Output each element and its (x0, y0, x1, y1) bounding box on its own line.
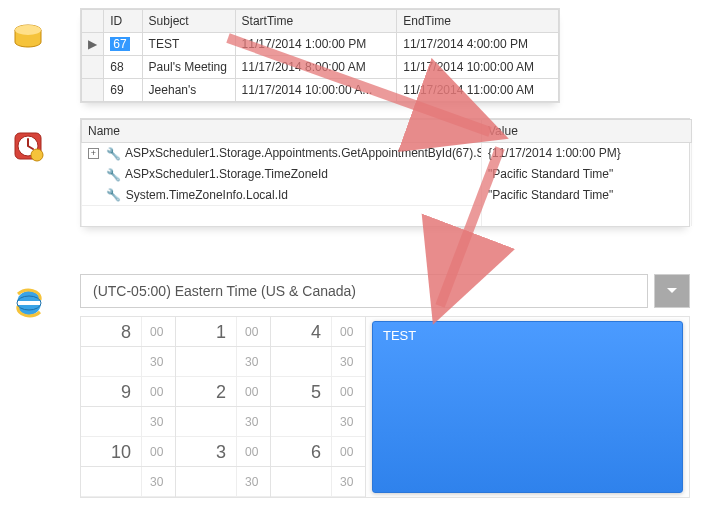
appointment-area[interactable]: TEST (366, 317, 689, 497)
time-slot[interactable]: .30 (81, 407, 175, 437)
watch-row[interactable]: + 🔧 ASPxScheduler1.Storage.Appointments.… (82, 143, 692, 164)
watch-row[interactable]: 🔧 System.TimeZoneInfo.Local.Id "Pacific … (82, 185, 692, 206)
time-slot[interactable]: .30 (176, 347, 270, 377)
time-slot[interactable]: 900 (81, 377, 175, 407)
watch-value-cell: "Pacific Standard Time" (482, 185, 692, 206)
watch-header-row: Name Value (82, 120, 692, 143)
time-slot[interactable]: 1000 (81, 437, 175, 467)
wrench-icon: 🔧 (106, 188, 118, 202)
watch-header-name[interactable]: Name (82, 120, 482, 143)
time-slot[interactable]: .30 (81, 467, 175, 497)
watch-empty-row[interactable] (82, 206, 692, 227)
watch-expression: ASPxScheduler1.Storage.TimeZoneId (125, 167, 328, 181)
cell-subject[interactable]: Paul's Meeting (142, 56, 235, 79)
time-slot[interactable]: 100 (176, 317, 270, 347)
grid-header-end[interactable]: EndTime (397, 10, 559, 33)
grid-header-subject[interactable]: Subject (142, 10, 235, 33)
cell-end[interactable]: 11/17/2014 11:00:00 AM (397, 79, 559, 102)
watch-expression: System.TimeZoneInfo.Local.Id (126, 188, 288, 202)
watch-value-cell: "Pacific Standard Time" (482, 164, 692, 185)
grid-header-start[interactable]: StartTime (235, 10, 397, 33)
time-ruler: 800 .30 900 .30 1000 .30 100 .30 200 .30… (81, 317, 366, 497)
wrench-icon: 🔧 (106, 147, 118, 161)
time-slot[interactable]: .30 (271, 347, 365, 377)
time-slot[interactable]: .30 (271, 467, 365, 497)
time-slot[interactable]: 300 (176, 437, 270, 467)
time-slot[interactable]: 800 (81, 317, 175, 347)
watch-expression: ASPxScheduler1.Storage.Appointments.GetA… (125, 146, 481, 160)
table-row[interactable]: 68 Paul's Meeting 11/17/2014 8:00:00 AM … (82, 56, 559, 79)
watch-row[interactable]: 🔧 ASPxScheduler1.Storage.TimeZoneId "Pac… (82, 164, 692, 185)
watch-name-cell[interactable]: 🔧 ASPxScheduler1.Storage.TimeZoneId (82, 164, 482, 185)
appointment-title: TEST (383, 328, 416, 343)
watch-window-icon (12, 130, 48, 165)
watch-name-cell[interactable]: 🔧 System.TimeZoneInfo.Local.Id (82, 185, 482, 206)
cell-subject[interactable]: TEST (142, 33, 235, 56)
watch-header-value[interactable]: Value (482, 120, 692, 143)
time-slot[interactable]: 400 (271, 317, 365, 347)
expand-toggle-icon[interactable]: + (88, 148, 99, 159)
time-column: 400 .30 500 .30 600 .30 (271, 317, 366, 497)
chevron-down-icon (666, 285, 678, 297)
wrench-icon: 🔧 (106, 168, 118, 182)
svg-point-1 (15, 25, 41, 35)
grid-header-rowselector (82, 10, 104, 33)
watch-value-cell: {11/17/2014 1:00:00 PM} (482, 143, 692, 164)
cell-start[interactable]: 11/17/2014 1:00:00 PM (235, 33, 397, 56)
cell-id[interactable]: 67 (104, 33, 142, 56)
row-marker: ▶ (82, 33, 104, 56)
cell-subject[interactable]: Jeehan's (142, 79, 235, 102)
cell-end[interactable]: 11/17/2014 4:00:00 PM (397, 33, 559, 56)
time-slot[interactable]: .30 (81, 347, 175, 377)
cell-id[interactable]: 69 (104, 79, 142, 102)
cell-id[interactable]: 68 (104, 56, 142, 79)
row-marker (82, 79, 104, 102)
cell-start[interactable]: 11/17/2014 10:00:00 A... (235, 79, 397, 102)
time-slot[interactable]: .30 (176, 467, 270, 497)
time-slot[interactable]: .30 (176, 407, 270, 437)
cell-start[interactable]: 11/17/2014 8:00:00 AM (235, 56, 397, 79)
scheduler-view: (UTC-05:00) Eastern Time (US & Canada) 8… (80, 274, 690, 498)
watch-name-cell[interactable]: + 🔧 ASPxScheduler1.Storage.Appointments.… (82, 143, 482, 164)
time-column: 100 .30 200 .30 300 .30 (176, 317, 271, 497)
timezone-select[interactable]: (UTC-05:00) Eastern Time (US & Canada) (80, 274, 648, 308)
time-slot[interactable]: 600 (271, 437, 365, 467)
appointments-grid: ID Subject StartTime EndTime ▶ 67 TEST 1… (80, 8, 560, 103)
svg-point-5 (31, 149, 43, 161)
time-slot[interactable]: 500 (271, 377, 365, 407)
time-slot[interactable]: 200 (176, 377, 270, 407)
table-row[interactable]: ▶ 67 TEST 11/17/2014 1:00:00 PM 11/17/20… (82, 33, 559, 56)
internet-explorer-icon (12, 286, 48, 323)
watch-window: Name Value + 🔧 ASPxScheduler1.Storage.Ap… (80, 118, 690, 227)
appointment-block[interactable]: TEST (372, 321, 683, 493)
time-slot[interactable]: .30 (271, 407, 365, 437)
cell-end[interactable]: 11/17/2014 10:00:00 AM (397, 56, 559, 79)
timezone-dropdown-button[interactable] (654, 274, 690, 308)
time-column: 800 .30 900 .30 1000 .30 (81, 317, 176, 497)
grid-header-id[interactable]: ID (104, 10, 142, 33)
table-row[interactable]: 69 Jeehan's 11/17/2014 10:00:00 A... 11/… (82, 79, 559, 102)
row-marker (82, 56, 104, 79)
database-icon (12, 24, 48, 55)
grid-header-row: ID Subject StartTime EndTime (82, 10, 559, 33)
